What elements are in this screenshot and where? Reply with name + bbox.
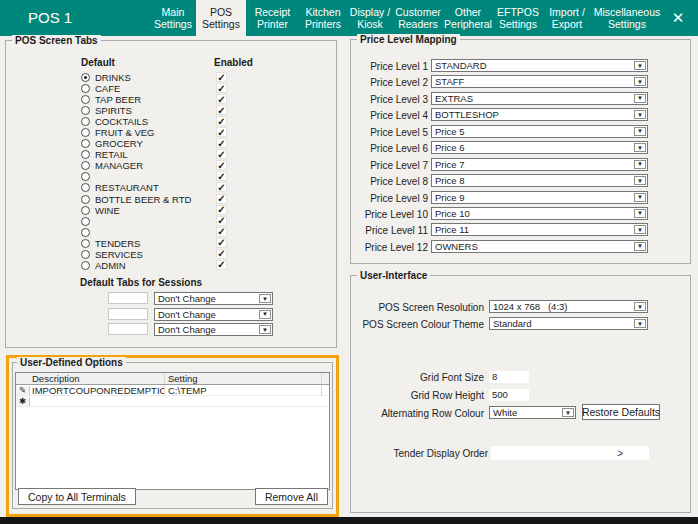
- settings-tab[interactable]: Display / Kiosk: [347, 0, 393, 36]
- session-number-input[interactable]: [108, 323, 148, 335]
- default-radio[interactable]: [81, 161, 90, 170]
- settings-tab[interactable]: POS Settings: [196, 0, 246, 36]
- resolution-dropdown[interactable]: 1024 x 768 (4:3) ▼: [489, 300, 648, 313]
- default-radio[interactable]: [81, 250, 90, 259]
- enabled-checkbox[interactable]: ✓: [216, 205, 227, 215]
- default-radio[interactable]: [81, 84, 90, 93]
- grid-font-size-input[interactable]: 8: [489, 371, 529, 383]
- price-level-dropdown[interactable]: Price 5 ▼: [431, 125, 648, 138]
- grid-row[interactable]: ✱: [16, 396, 329, 407]
- default-radio[interactable]: [81, 73, 90, 82]
- default-radio[interactable]: [81, 217, 90, 226]
- dropdown-arrow-icon[interactable]: ▼: [634, 77, 646, 86]
- dropdown-arrow-icon[interactable]: ▼: [259, 325, 271, 334]
- default-radio[interactable]: [81, 228, 90, 237]
- price-level-dropdown[interactable]: STANDARD ▼: [431, 59, 648, 72]
- default-radio[interactable]: [81, 117, 90, 126]
- settings-tab[interactable]: Other Peripheral: [443, 0, 493, 36]
- enabled-checkbox[interactable]: ✓: [216, 72, 227, 82]
- default-radio[interactable]: [81, 239, 90, 248]
- grid-row[interactable]: ✎ IMPORTCOUPONREDEMPTIONSFILE C:\TEMP: [16, 385, 329, 396]
- default-radio[interactable]: [81, 139, 90, 148]
- session-tab-dropdown[interactable]: Don't Change ▼: [154, 323, 273, 336]
- enabled-checkbox[interactable]: ✓: [216, 94, 227, 104]
- dropdown-arrow-icon[interactable]: ▼: [634, 61, 646, 70]
- price-level-dropdown[interactable]: EXTRAS ▼: [431, 92, 648, 105]
- session-number-input[interactable]: [108, 292, 148, 304]
- price-level-dropdown[interactable]: Price 9 ▼: [431, 191, 648, 204]
- session-number-input[interactable]: [108, 308, 148, 320]
- enabled-checkbox[interactable]: ✓: [216, 238, 227, 248]
- enabled-checkbox[interactable]: ✓: [216, 171, 227, 181]
- enabled-checkbox[interactable]: ✓: [216, 83, 227, 93]
- enabled-checkbox[interactable]: ✓: [216, 116, 227, 126]
- price-level-dropdown[interactable]: Price 8 ▼: [431, 174, 648, 187]
- price-level-dropdown[interactable]: Price 7 ▼: [431, 158, 648, 171]
- enabled-checkbox[interactable]: ✓: [216, 160, 227, 170]
- enabled-checkbox[interactable]: ✓: [216, 194, 227, 204]
- settings-tab[interactable]: Receipt Printer: [246, 0, 299, 36]
- session-tab-dropdown[interactable]: Don't Change ▼: [154, 308, 273, 321]
- session-tab-dropdown[interactable]: Don't Change ▼: [154, 292, 273, 305]
- dropdown-arrow-icon[interactable]: ▼: [634, 143, 646, 152]
- default-radio[interactable]: [81, 150, 90, 159]
- price-level-dropdown[interactable]: BOTTLESHOP ▼: [431, 108, 648, 121]
- enabled-checkbox[interactable]: ✓: [216, 105, 227, 115]
- price-level-dropdown[interactable]: Price 6 ▼: [431, 141, 648, 154]
- new-row-icon[interactable]: ✱: [16, 397, 30, 406]
- settings-tab[interactable]: Customer Readers: [393, 0, 443, 36]
- enabled-checkbox[interactable]: ✓: [216, 127, 227, 137]
- chevron-right-icon[interactable]: >: [617, 448, 623, 459]
- dropdown-arrow-icon[interactable]: ▼: [634, 160, 646, 169]
- price-level-dropdown[interactable]: Price 11 ▼: [431, 223, 648, 236]
- dropdown-arrow-icon[interactable]: ▼: [259, 310, 271, 319]
- default-radio[interactable]: [81, 95, 90, 104]
- default-radio[interactable]: [81, 172, 90, 181]
- default-radio[interactable]: [81, 206, 90, 215]
- dropdown-arrow-icon[interactable]: ▼: [259, 294, 271, 303]
- default-radio[interactable]: [81, 128, 90, 137]
- enabled-checkbox[interactable]: ✓: [216, 182, 227, 192]
- tender-display-order-field[interactable]: >: [491, 446, 649, 460]
- close-icon: ✕: [672, 9, 685, 27]
- enabled-checkbox[interactable]: ✓: [216, 260, 227, 270]
- dropdown-arrow-icon[interactable]: ▼: [634, 319, 646, 328]
- grid-row-height-input[interactable]: 500: [489, 389, 529, 401]
- copy-to-all-terminals-button[interactable]: Copy to All Terminals: [18, 488, 136, 505]
- pencil-icon[interactable]: ✎: [16, 386, 30, 395]
- dropdown-arrow-icon[interactable]: ▼: [634, 94, 646, 103]
- price-level-dropdown[interactable]: Price 10 ▼: [431, 207, 648, 220]
- settings-tab[interactable]: Main Settings: [150, 0, 196, 36]
- alternating-row-colour-dropdown[interactable]: White ▼: [489, 406, 576, 419]
- restore-defaults-button[interactable]: Restore Defaults: [582, 404, 660, 420]
- description-cell[interactable]: IMPORTCOUPONREDEMPTIONSFILE: [30, 385, 165, 396]
- enabled-checkbox[interactable]: ✓: [216, 138, 227, 148]
- default-radio[interactable]: [81, 261, 90, 270]
- price-level-dropdown[interactable]: OWNERS ▼: [431, 240, 648, 253]
- setting-cell[interactable]: C:\TEMP: [165, 385, 322, 396]
- settings-tab[interactable]: EFTPOS Settings: [493, 0, 543, 36]
- dropdown-arrow-icon[interactable]: ▼: [634, 302, 646, 311]
- dropdown-arrow-icon[interactable]: ▼: [634, 127, 646, 136]
- remove-all-button[interactable]: Remove All: [255, 488, 328, 505]
- close-button[interactable]: ✕: [664, 0, 692, 36]
- default-radio[interactable]: [81, 106, 90, 115]
- enabled-checkbox[interactable]: ✓: [216, 149, 227, 159]
- enabled-checkbox[interactable]: ✓: [216, 216, 227, 226]
- dropdown-arrow-icon[interactable]: ▼: [634, 209, 646, 218]
- enabled-checkbox[interactable]: ✓: [216, 227, 227, 237]
- default-radio[interactable]: [81, 183, 90, 192]
- dropdown-arrow-icon[interactable]: ▼: [562, 408, 574, 417]
- settings-tab[interactable]: Kitchen Printers: [299, 0, 347, 36]
- dropdown-arrow-icon[interactable]: ▼: [634, 110, 646, 119]
- default-radio[interactable]: [81, 195, 90, 204]
- enabled-checkbox[interactable]: ✓: [216, 249, 227, 259]
- dropdown-arrow-icon[interactable]: ▼: [634, 242, 646, 251]
- settings-tab[interactable]: Miscellaneous Settings: [591, 0, 663, 36]
- settings-tab[interactable]: Import / Export: [543, 0, 591, 36]
- price-level-dropdown[interactable]: STAFF ▼: [431, 75, 648, 88]
- dropdown-arrow-icon[interactable]: ▼: [634, 193, 646, 202]
- dropdown-arrow-icon[interactable]: ▼: [634, 225, 646, 234]
- colour-theme-dropdown[interactable]: Standard ▼: [489, 317, 648, 330]
- dropdown-arrow-icon[interactable]: ▼: [634, 176, 646, 185]
